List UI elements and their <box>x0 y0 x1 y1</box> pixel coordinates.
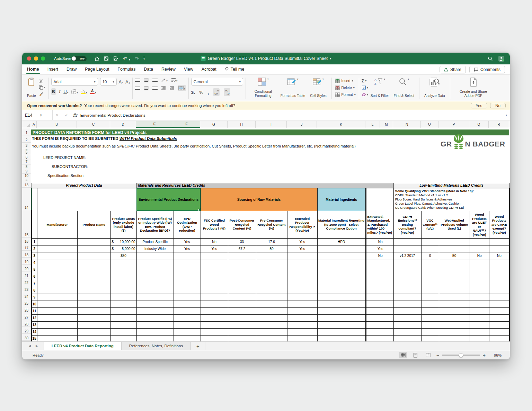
cell[interactable] <box>317 328 366 335</box>
cell[interactable] <box>366 328 393 335</box>
bold-button[interactable]: B <box>51 88 56 95</box>
cell[interactable] <box>287 294 317 301</box>
cell[interactable]: $10,000.00 <box>110 238 136 245</box>
cut-button[interactable] <box>39 78 45 84</box>
cell[interactable] <box>228 273 256 280</box>
row-header-18[interactable]: 18 <box>22 251 31 258</box>
row-header-24[interactable]: 24 <box>22 292 31 299</box>
cell[interactable] <box>201 259 228 266</box>
cell[interactable] <box>489 266 509 273</box>
search-icon[interactable] <box>488 56 493 61</box>
cell[interactable]: Yes <box>174 238 201 245</box>
cell-styles-button[interactable]: ▾ Cell Styles <box>308 77 329 98</box>
cell[interactable] <box>37 273 77 280</box>
cell[interactable] <box>393 280 421 287</box>
autosum-button[interactable]: Σ▾ <box>362 78 368 84</box>
cell[interactable] <box>470 245 489 252</box>
cell[interactable] <box>439 307 470 314</box>
cell[interactable] <box>77 280 110 287</box>
row-header-8[interactable]: 8 <box>22 164 31 169</box>
cell[interactable] <box>256 321 287 328</box>
cell[interactable] <box>439 294 470 301</box>
cell[interactable] <box>393 307 421 314</box>
cell[interactable] <box>37 245 77 252</box>
cell[interactable] <box>470 287 489 294</box>
cell[interactable] <box>110 307 136 314</box>
cell[interactable] <box>77 238 110 245</box>
cell[interactable]: Industry Wide <box>136 245 174 252</box>
adobe-pdf-button[interactable]: Create and Share Adobe PDF <box>453 77 494 98</box>
cell[interactable] <box>228 307 256 314</box>
cell[interactable] <box>393 273 421 280</box>
tab-formulas[interactable]: Formulas <box>117 65 135 74</box>
cell[interactable]: No <box>489 252 509 259</box>
cell[interactable] <box>287 287 317 294</box>
cell[interactable] <box>287 307 317 314</box>
cell[interactable]: No <box>201 238 228 245</box>
cell[interactable] <box>489 259 509 266</box>
row-header-9[interactable]: 9 <box>22 169 31 174</box>
cell[interactable] <box>37 301 77 307</box>
cell[interactable] <box>110 314 136 321</box>
cell[interactable] <box>77 335 110 341</box>
column-heading[interactable]: Post-Consumer Recycled Content (%) <box>228 211 256 238</box>
cell[interactable] <box>174 307 201 314</box>
row-header-16[interactable]: 16 <box>22 238 31 244</box>
cell[interactable] <box>256 273 287 280</box>
cell[interactable] <box>393 259 421 266</box>
column-header-R[interactable]: R <box>489 121 509 128</box>
column-heading[interactable]: Wet-Applied Products Volume Used (L) <box>439 211 470 238</box>
align-right-button[interactable] <box>152 87 158 90</box>
row-header-30[interactable]: 30 <box>22 334 31 341</box>
cell[interactable] <box>201 287 228 294</box>
percent-style-button[interactable]: % <box>199 90 203 95</box>
notice-no-button[interactable]: No <box>490 103 506 108</box>
add-sheet-button[interactable]: + <box>191 342 205 350</box>
cell[interactable] <box>256 259 287 266</box>
column-heading[interactable]: Product Specific (PS) or Industry Wide (… <box>136 211 174 238</box>
cell[interactable] <box>366 188 393 211</box>
cell[interactable] <box>439 280 470 287</box>
column-heading[interactable]: Wood Products are ULEF or NAUF¹²? (Yes/N… <box>470 211 489 238</box>
font-name-select[interactable]: Arial▾ <box>51 78 98 86</box>
cell[interactable] <box>393 314 421 321</box>
save-as-icon[interactable] <box>113 56 118 61</box>
underline-button[interactable]: U ▾ <box>63 89 68 94</box>
cell[interactable] <box>256 280 287 287</box>
tab-tell-me[interactable]: Tell me <box>225 65 245 74</box>
cell[interactable] <box>256 307 287 314</box>
cell[interactable] <box>136 328 174 335</box>
home-icon[interactable] <box>94 56 99 61</box>
autosave-toggle[interactable]: OFF <box>73 56 87 61</box>
cell[interactable] <box>37 188 136 211</box>
cell[interactable]: 50 <box>256 245 287 252</box>
account-avatar[interactable] <box>498 56 504 62</box>
cell[interactable] <box>287 273 317 280</box>
fill-color-button[interactable]: ▾ <box>81 89 87 94</box>
cell[interactable] <box>256 266 287 273</box>
cell[interactable] <box>421 259 439 266</box>
cell[interactable] <box>489 245 509 252</box>
column-header-F[interactable]: F <box>173 121 200 128</box>
row-header-28[interactable]: 28 <box>22 320 31 327</box>
cell[interactable] <box>136 273 174 280</box>
cell[interactable] <box>366 335 393 341</box>
cell[interactable] <box>37 287 77 294</box>
cell[interactable] <box>393 245 421 252</box>
project-name-field[interactable] <box>78 155 228 160</box>
cell[interactable] <box>470 294 489 301</box>
cell[interactable] <box>366 259 393 266</box>
cell[interactable] <box>37 328 77 335</box>
cell[interactable] <box>228 301 256 307</box>
cell[interactable] <box>317 266 366 273</box>
cell[interactable] <box>287 259 317 266</box>
cell[interactable] <box>470 335 489 341</box>
name-box[interactable]: E14 ▲▼ <box>22 110 53 120</box>
cell[interactable]: 33 <box>228 238 256 245</box>
cell[interactable] <box>201 335 228 341</box>
cell[interactable] <box>136 321 174 328</box>
voc-standards-note[interactable]: Some Qualifying VOC Standards (More in N… <box>393 188 509 211</box>
cell[interactable] <box>421 245 439 252</box>
row-header-25[interactable]: 25 <box>22 299 31 306</box>
row-header-6[interactable]: 6 <box>22 155 31 160</box>
